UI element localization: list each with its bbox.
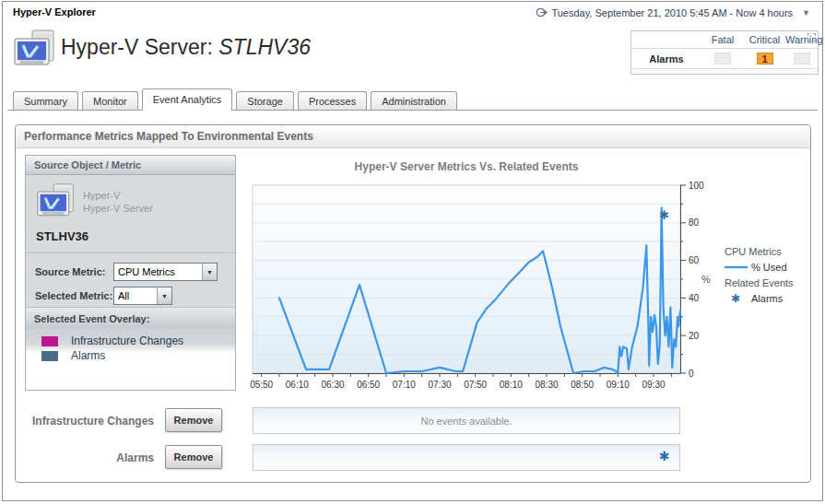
- alarm-summary-table: Fatal Critical Warning Alarms 1: [631, 30, 819, 75]
- source-metric-value: CPU Metrics: [114, 264, 202, 280]
- tab-event-analytics[interactable]: Event Analytics: [142, 88, 233, 111]
- fatal-count[interactable]: [714, 53, 731, 64]
- source-object-metric-panel: Source Object / Metric Hyper-V Hyper-V S…: [25, 155, 236, 391]
- infrastructure-changes-row-label: Infrastructure Changes: [19, 415, 154, 428]
- overlay-item-infrastructure-changes: Infrastructure Changes: [26, 334, 235, 348]
- svg-text:08:50: 08:50: [571, 380, 594, 390]
- selected-metric-value: All: [114, 287, 157, 304]
- svg-text:06:30: 06:30: [321, 380, 344, 390]
- remove-infrastructure-changes-button[interactable]: Remove: [165, 408, 222, 432]
- no-events-message: No events available.: [253, 408, 679, 434]
- svg-text:06:50: 06:50: [357, 380, 380, 390]
- svg-text:40: 40: [689, 293, 700, 303]
- alarm-table-footer: [631, 68, 818, 74]
- tab-storage[interactable]: Storage: [236, 91, 294, 110]
- object-type-line1: Hyper-V: [83, 189, 153, 202]
- source-metric-label: Source Metric:: [35, 266, 105, 277]
- svg-text:09:30: 09:30: [642, 380, 665, 390]
- panel-title: Performance Metrics Mapped To Environmen…: [16, 125, 810, 148]
- alarms-event-strip: ✱: [253, 444, 680, 471]
- sidebar-header: Source Object / Metric: [26, 156, 235, 175]
- svg-text:Alarms: Alarms: [751, 293, 784, 304]
- object-type-line2: Hyper-V Server: [83, 202, 153, 215]
- tab-processes[interactable]: Processes: [298, 91, 367, 110]
- svg-text:100: 100: [689, 181, 704, 191]
- svg-text:07:30: 07:30: [428, 380, 451, 390]
- hyperv-server-icon: [13, 29, 57, 73]
- overlay-header: Selected Event Overlay:: [26, 307, 235, 329]
- svg-text:% Used: % Used: [751, 262, 787, 273]
- time-range-caret-icon[interactable]: ▼: [802, 8, 810, 18]
- overlay-color-swatch: [41, 351, 58, 361]
- sidebar-separator: [26, 252, 235, 253]
- metrics-vs-events-chart[interactable]: Hyper-V Server Metrics Vs. Related Event…: [237, 156, 812, 392]
- overlay-label: Infrastructure Changes: [71, 334, 183, 347]
- overlay-list: Infrastructure ChangesAlarms: [26, 329, 235, 390]
- object-name: STLHV36: [36, 229, 88, 243]
- svg-text:✱: ✱: [731, 292, 740, 305]
- infrastructure-changes-event-strip: No events available.: [253, 407, 680, 434]
- performance-metrics-panel: Performance Metrics Mapped To Environmen…: [15, 124, 811, 483]
- svg-text:60: 60: [689, 255, 700, 265]
- svg-text:05:50: 05:50: [250, 380, 273, 390]
- alarms-row-label: Alarms: [19, 451, 154, 464]
- dropdown-arrow-icon[interactable]: ▼: [157, 287, 171, 304]
- page-title-prefix: Hyper-V Server:: [61, 35, 213, 59]
- time-range-selector[interactable]: Tuesday, September 21, 2010 5:45 AM - No…: [536, 6, 810, 18]
- time-range-label: Tuesday, September 21, 2010 5:45 AM - No…: [551, 7, 793, 18]
- alarm-row-label: Alarms: [631, 49, 701, 68]
- svg-text:08:30: 08:30: [535, 380, 558, 390]
- hyperv-explorer-page: Hyper-V Explorer Tuesday, September 21, …: [0, 0, 825, 504]
- svg-text:%: %: [701, 274, 711, 285]
- svg-text:07:10: 07:10: [393, 380, 416, 390]
- table-customizer-icon[interactable]: [807, 33, 816, 41]
- alarm-event-marker[interactable]: ✱: [659, 449, 670, 463]
- svg-text:80: 80: [689, 217, 700, 228]
- tab-administration[interactable]: Administration: [371, 91, 457, 110]
- page-title: Hyper-V Server: STLHV36: [61, 35, 311, 60]
- tab-monitor[interactable]: Monitor: [82, 91, 138, 110]
- source-metric-dropdown[interactable]: CPU Metrics ▼: [113, 263, 218, 281]
- selected-metric-label: Selected Metric:: [35, 290, 112, 301]
- svg-text:Hyper-V Server Metrics Vs. Rel: Hyper-V Server Metrics Vs. Related Event…: [355, 160, 579, 173]
- svg-text:07:50: 07:50: [464, 380, 487, 390]
- svg-text:CPU Metrics: CPU Metrics: [725, 246, 782, 257]
- selected-metric-dropdown[interactable]: All ▼: [113, 287, 172, 305]
- app-title: Hyper-V Explorer: [13, 6, 96, 18]
- critical-count[interactable]: 1: [757, 53, 773, 64]
- overlay-label: Alarms: [71, 349, 105, 362]
- tab-bar: SummaryMonitorEvent AnalyticsStorageProc…: [7, 88, 818, 111]
- svg-text:Related Events: Related Events: [725, 277, 794, 288]
- svg-text:08:10: 08:10: [500, 380, 523, 390]
- object-type: Hyper-V Hyper-V Server: [83, 189, 153, 215]
- svg-text:20: 20: [689, 331, 700, 341]
- time-range-icon: [536, 6, 548, 18]
- alarm-header-fatal: Fatal: [701, 31, 744, 49]
- svg-text:09:10: 09:10: [607, 380, 630, 390]
- svg-text:✱: ✱: [659, 208, 669, 222]
- overlay-item-alarms: Alarms: [26, 348, 235, 363]
- remove-alarms-button[interactable]: Remove: [165, 445, 222, 469]
- hyperv-object-icon: [36, 182, 77, 223]
- alarm-header-critical: Critical: [744, 31, 785, 49]
- dropdown-arrow-icon[interactable]: ▼: [202, 264, 217, 280]
- overlay-color-swatch: [41, 336, 58, 346]
- page-title-object-name: STLHV36: [218, 35, 311, 59]
- tab-summary[interactable]: Summary: [13, 91, 78, 110]
- alarm-header-blank: [631, 31, 701, 49]
- svg-text:06:10: 06:10: [286, 380, 309, 390]
- warning-count[interactable]: [794, 53, 810, 64]
- svg-text:0: 0: [689, 369, 694, 379]
